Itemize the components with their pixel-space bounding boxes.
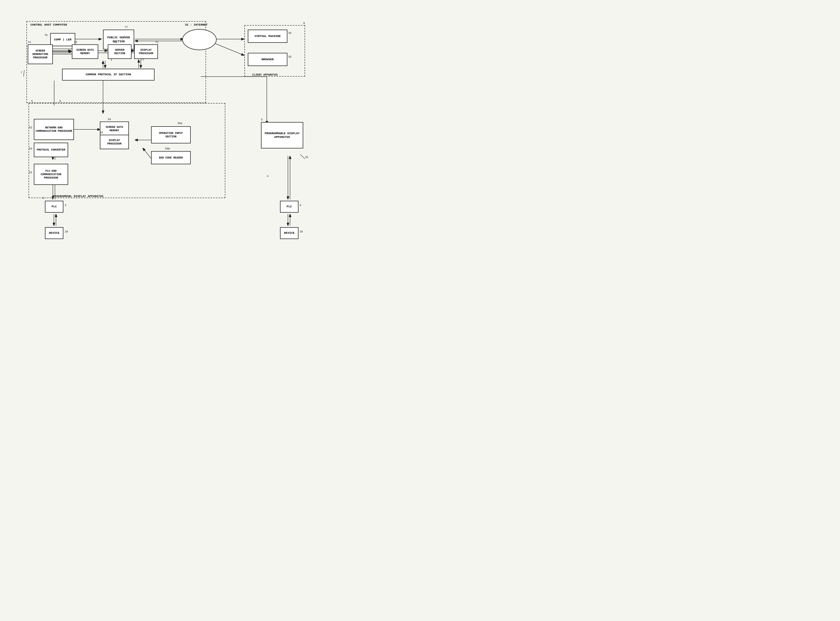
ref-52: 52 (29, 126, 32, 129)
ref-5a: 5 (31, 100, 33, 103)
screen-data-mem-bot-box: SCREEN DATA MEMORY (100, 121, 129, 136)
browser-box: BROWSER (248, 53, 288, 66)
screen-data-mem-top-box: SCREEN DATA MEMORY (72, 44, 98, 59)
ref-9: 9 (303, 22, 305, 25)
ref-51: 51 (29, 171, 32, 174)
screen-gen-box: SCREEN GENERATING PROCESSOR (28, 44, 53, 64)
common-protocol-box: COMMON PROTOCOL IF SECTION (62, 69, 154, 80)
client-apparatus-label: CLIENT APPARATUS (252, 73, 278, 76)
operation-input-box: OPERATION INPUT SECTION (151, 126, 191, 144)
ref-77: 77 (125, 26, 128, 29)
ref-3a: 3 (65, 204, 66, 207)
plc-left-box: PLC (45, 201, 64, 213)
ref-55: 55 (100, 131, 103, 134)
device-right-box: DEVICE (280, 227, 298, 239)
network-end-box: NETWORK-END COMMUNICATION PROCESSOR (34, 119, 74, 140)
display-proc-top-box: DISPLAY PROCESSOR (134, 44, 158, 59)
ref-72: 72 (141, 58, 144, 61)
device-left-box: DEVICE (45, 227, 64, 239)
ref-75: 75 (74, 41, 77, 44)
diagram: CONTROL HOST COMPUTER 7 ╱ COMP | LER 76 … (0, 0, 420, 310)
server-section-box: SERVER SECTION (108, 44, 132, 59)
plc-right-box: PLC (280, 201, 298, 213)
ref-54: 54 (108, 118, 111, 121)
ref-10b: 10 (300, 230, 303, 233)
programmable-disp-right-box: PROGRAMMABLE DISPLAY APPARATUS (261, 122, 303, 148)
ref-55a: 55a (177, 122, 182, 125)
ref-76: 76 (44, 34, 48, 37)
ref-5b: 5 (261, 118, 263, 121)
bar-code-reader-box: BAR CODE READER (151, 151, 191, 164)
svg-line-23 (215, 44, 244, 56)
plc-end-box: PLC-END COMMUNICATION PROCESSOR (34, 164, 68, 185)
ref-91: 91 (288, 32, 292, 35)
ref-3b: 3 (300, 204, 301, 207)
virtual-machine-box: VIRTUAL MACHINE (248, 30, 288, 43)
control-host-label: CONTROL HOST COMPUTER (30, 23, 67, 26)
ref-53: 53 (29, 147, 32, 150)
ref-92: 92 (288, 56, 292, 58)
ref-4b: 4 (267, 175, 268, 178)
ref-74: 74 (28, 41, 31, 44)
protocol-conv-box: PROTOCOL CONVERTER (34, 142, 68, 157)
ref-55b: 55b (165, 147, 170, 150)
programmabl-display-label: PROGRAMMABL DISPLAY APPARATUS (53, 195, 103, 198)
ref-4a: 4 (42, 197, 44, 200)
display-proc-bot-box: DISPLAY PROCESSOR (100, 135, 129, 149)
internet-label: 32 : INTERNET (185, 23, 207, 26)
ref-6: 6 (59, 100, 61, 103)
ref-10a: 10 (65, 230, 68, 233)
ref-31: 31 (305, 156, 308, 159)
ref-71: 71 (155, 41, 159, 44)
ref-73: 73 (114, 41, 117, 44)
compiler-box: COMP | LER (50, 33, 75, 46)
internet-ellipse (182, 29, 216, 50)
